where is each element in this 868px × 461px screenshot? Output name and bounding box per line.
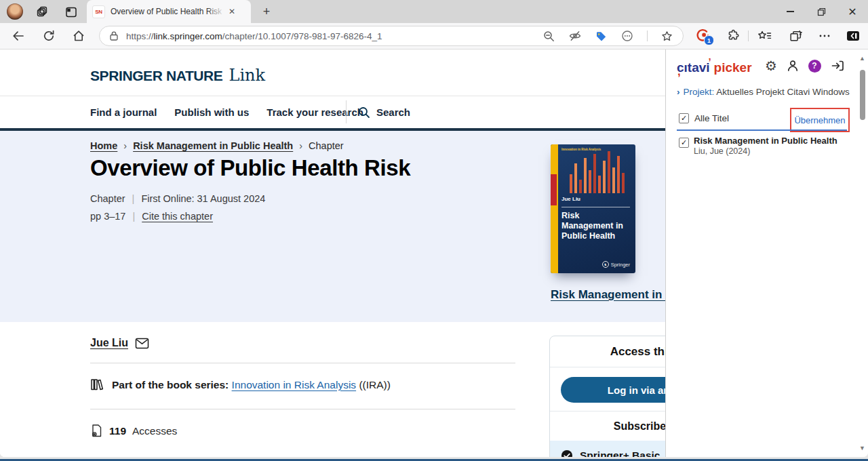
site-header: SPRINGER NATURELink bbox=[0, 49, 665, 96]
tab-favicon: SN bbox=[92, 5, 105, 18]
tab-close-icon[interactable]: ✕ bbox=[229, 7, 235, 16]
close-button[interactable]: ✕ bbox=[837, 0, 868, 23]
browser-toolbar: https://link.springer.com/chapter/10.100… bbox=[0, 23, 868, 49]
article-title: Overview of Public Health Risk bbox=[90, 155, 410, 181]
item-meta: Liu, Jue (2024) bbox=[694, 146, 750, 156]
site-nav: Find a journal Publish with us Track you… bbox=[0, 96, 665, 128]
browser-tab[interactable]: SN Overview of Public Health Risk | S ✕ bbox=[87, 0, 251, 23]
citavi-project-line: ›Projekt: Aktuelles Projekt Citavi Windo… bbox=[677, 87, 850, 97]
accesses-icon bbox=[90, 424, 103, 438]
workspaces-icon[interactable] bbox=[35, 5, 50, 20]
series-link[interactable]: Innovation in Risk Analysis bbox=[232, 379, 357, 390]
favorites-hub-icon[interactable] bbox=[757, 28, 773, 44]
cover-author: Jue Liu bbox=[561, 196, 580, 202]
favorite-star-icon[interactable] bbox=[660, 30, 673, 43]
scrollbar-up-icon[interactable]: ▲ bbox=[859, 55, 865, 62]
page-content: SPRINGER NATURELink Find a journal Publi… bbox=[0, 49, 868, 457]
access-card-title: Access this chapter bbox=[550, 336, 665, 367]
citavi-help-icon[interactable]: ? bbox=[807, 58, 822, 73]
breadcrumb-home[interactable]: Home bbox=[90, 140, 117, 151]
scrollbar-thumb[interactable] bbox=[860, 70, 865, 120]
search-label: Search bbox=[376, 106, 410, 118]
restore-button[interactable] bbox=[806, 0, 837, 23]
url-text: https://link.springer.com/chapter/10.100… bbox=[126, 31, 542, 41]
tab-actions-icon[interactable] bbox=[64, 5, 79, 20]
springer-page: SPRINGER NATURELink Find a journal Publi… bbox=[0, 49, 665, 457]
article-hero: Home›Risk Management in Public Health›Ch… bbox=[0, 131, 665, 322]
titlebar: SN Overview of Public Health Risk | S ✕ … bbox=[0, 0, 868, 23]
cover-title: Risk Management in Public Health bbox=[561, 211, 628, 241]
sidebar-toggle-icon[interactable] bbox=[845, 28, 861, 44]
springer-nature-logo[interactable]: SPRINGER NATURELink bbox=[90, 66, 265, 85]
check-circle-icon bbox=[561, 449, 573, 457]
breadcrumb-chapter: Chapter bbox=[309, 140, 344, 151]
select-all-underline bbox=[677, 129, 847, 131]
select-all-checkbox[interactable]: ✓ bbox=[679, 113, 689, 123]
book-title-link[interactable]: Risk Management in Public Health bbox=[551, 288, 665, 302]
email-envelope-icon[interactable] bbox=[135, 338, 149, 349]
collections-icon[interactable] bbox=[787, 28, 804, 44]
nav-publish-with-us[interactable]: Publish with us bbox=[174, 106, 249, 118]
cover-spine bbox=[551, 144, 558, 273]
springer-plus-plan: Springer+ Basic bbox=[550, 441, 665, 457]
book-cover[interactable]: Innovation in Risk Analysis Jue Liu Risk… bbox=[551, 144, 635, 273]
cover-publisher: ♞Springer bbox=[602, 261, 630, 268]
citavi-signin-icon[interactable] bbox=[830, 58, 845, 73]
cite-this-chapter-link[interactable]: Cite this chapter bbox=[142, 211, 213, 222]
extensions-puzzle-icon[interactable] bbox=[724, 28, 741, 44]
login-institution-button[interactable]: Log in via an institution bbox=[561, 377, 665, 403]
password-hidden-eye-icon[interactable] bbox=[568, 29, 582, 43]
article-details: Jue Liu Part of the book series: Inno bbox=[0, 322, 665, 457]
more-tools-circle-icon[interactable] bbox=[620, 29, 634, 43]
citavi-extension-icon[interactable]: 1 bbox=[695, 28, 711, 44]
item-title: Risk Management in Public Health bbox=[694, 136, 840, 146]
site-security-lock-icon[interactable] bbox=[108, 31, 119, 41]
tab-title: Overview of Public Health Risk | S bbox=[111, 7, 224, 16]
profile-avatar[interactable] bbox=[7, 3, 23, 20]
minimize-button[interactable] bbox=[774, 0, 806, 23]
book-series-icon bbox=[90, 378, 105, 392]
citavi-settings-gear-icon[interactable]: ⚙ bbox=[764, 58, 778, 73]
nav-find-a-journal[interactable]: Find a journal bbox=[90, 106, 157, 118]
browser-window: SN Overview of Public Health Risk | S ✕ … bbox=[0, 0, 868, 461]
address-bar[interactable]: https://link.springer.com/chapter/10.100… bbox=[99, 26, 684, 46]
window-bottom-edge bbox=[0, 457, 868, 461]
item-checkbox[interactable]: ✓ bbox=[679, 138, 689, 148]
search-icon bbox=[357, 106, 371, 119]
author-link[interactable]: Jue Liu bbox=[90, 337, 128, 349]
cover-series-label: Innovation in Risk Analysis bbox=[561, 148, 601, 151]
home-icon[interactable] bbox=[71, 28, 87, 44]
zoom-out-icon[interactable] bbox=[542, 30, 555, 43]
article-meta-line1: Chapter|First Online: 31 August 2024 bbox=[90, 193, 265, 204]
shopping-tag-icon[interactable] bbox=[595, 30, 608, 43]
scrollbar-down-icon[interactable]: ▼ bbox=[859, 445, 865, 452]
breadcrumb-book[interactable]: Risk Management in Public Health bbox=[133, 140, 293, 151]
citavi-project-link[interactable]: Projekt: bbox=[684, 87, 715, 97]
settings-more-icon[interactable] bbox=[816, 28, 833, 44]
citavi-account-icon[interactable] bbox=[785, 58, 800, 73]
apply-highlight-box: Übernehmen bbox=[790, 108, 850, 132]
refresh-icon[interactable] bbox=[41, 28, 57, 44]
nav-track-your-research[interactable]: Track your research bbox=[267, 106, 363, 118]
citavi-badge: 1 bbox=[704, 35, 714, 45]
apply-button[interactable]: Übernehmen bbox=[794, 115, 845, 125]
subscribe-heading: Subscribe and save bbox=[550, 412, 665, 441]
article-meta-line2: pp 3–17|Cite this chapter bbox=[90, 211, 213, 222]
citavi-picker-logo[interactable]: cıtavi,’picker bbox=[677, 60, 752, 75]
cover-chart-decoration bbox=[570, 151, 631, 193]
site-search[interactable]: Search bbox=[357, 96, 410, 128]
access-card: Access this chapter Log in via an instit… bbox=[549, 336, 665, 457]
select-all-label: Alle Titel bbox=[694, 113, 729, 123]
new-tab-button[interactable]: + bbox=[259, 4, 274, 19]
cover-spine-accent bbox=[551, 174, 557, 205]
back-icon[interactable] bbox=[10, 28, 26, 44]
citavi-picker-panel: cıtavi,’picker ⚙ ? ›Projekt: Aktuelles P… bbox=[665, 49, 868, 457]
breadcrumb: Home›Risk Management in Public Health›Ch… bbox=[90, 140, 344, 151]
